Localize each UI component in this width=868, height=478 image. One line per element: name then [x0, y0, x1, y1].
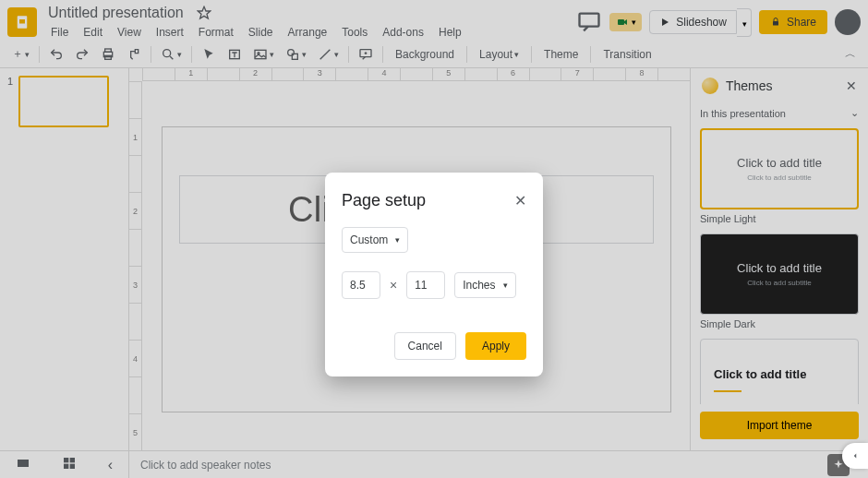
apply-button[interactable]: Apply	[465, 332, 526, 360]
side-panel-toggle[interactable]	[842, 443, 868, 469]
page-setup-dialog: Page setup ✕ Custom▾ × Inches▾ Cancel Ap…	[325, 173, 543, 376]
page-width-input[interactable]	[342, 271, 380, 299]
close-dialog-icon[interactable]: ✕	[514, 192, 526, 209]
dimension-separator-icon: ×	[390, 278, 397, 293]
page-preset-select[interactable]: Custom▾	[342, 227, 408, 253]
dialog-title: Page setup	[342, 191, 426, 210]
cancel-button[interactable]: Cancel	[394, 332, 456, 360]
page-height-input[interactable]	[406, 271, 445, 299]
page-unit-select[interactable]: Inches▾	[454, 272, 515, 298]
